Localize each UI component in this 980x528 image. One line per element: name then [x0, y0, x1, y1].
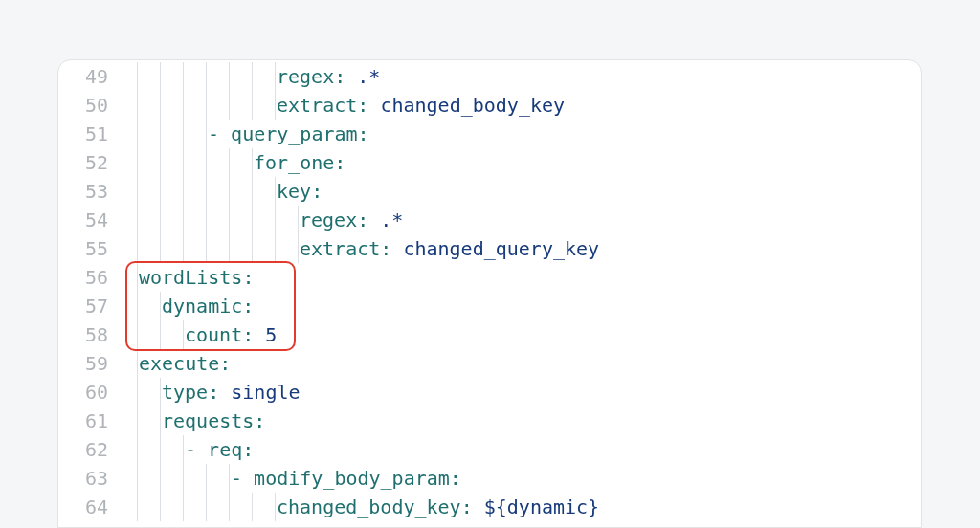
token: : [242, 266, 254, 289]
line-number: 50 [58, 91, 112, 120]
token: : [219, 352, 231, 375]
token: : [380, 237, 403, 260]
code-content[interactable]: execute: [112, 349, 921, 378]
token: for_one [254, 151, 334, 174]
token: single [231, 381, 300, 404]
line-number: 56 [58, 263, 112, 292]
code-line[interactable]: 59execute: [58, 349, 921, 378]
token: : [311, 180, 323, 203]
token: - [231, 467, 254, 490]
code-line[interactable]: 63- modify_body_param: [58, 464, 921, 493]
code-line[interactable]: 61requests: [58, 407, 921, 435]
line-number: 52 [58, 148, 112, 177]
code-content[interactable]: - query_param: [112, 120, 921, 148]
token: : [357, 94, 380, 117]
code-content[interactable]: requests: [112, 407, 921, 435]
code-content[interactable]: wordLists: [112, 263, 921, 292]
code-content[interactable]: count: 5 [112, 320, 921, 349]
line-number: 49 [58, 62, 112, 91]
token: - [185, 438, 208, 461]
code-panel: 49regex: .*50extract: changed_body_key51… [57, 59, 922, 528]
code-content[interactable]: type: single [112, 378, 921, 407]
line-number: 63 [58, 464, 112, 493]
token: regex [300, 209, 357, 231]
token: .* [380, 209, 403, 231]
line-number: 53 [58, 177, 112, 206]
token: count [185, 323, 242, 346]
token: : [242, 438, 254, 461]
line-number: 62 [58, 435, 112, 464]
token: : [334, 151, 345, 174]
token: req [208, 438, 242, 461]
token: changed_body_key [380, 94, 565, 117]
code-content[interactable]: changed_body_key: ${dynamic} [112, 493, 921, 521]
code-area[interactable]: 49regex: .*50extract: changed_body_key51… [58, 60, 921, 521]
code-content[interactable]: extract: changed_query_key [112, 234, 921, 263]
token: : [450, 467, 461, 490]
token: changed_query_key [403, 237, 599, 260]
code-content[interactable]: - modify_body_param: [112, 464, 921, 493]
token: query_param [231, 122, 357, 145]
token: ${dynamic} [484, 495, 599, 518]
code-content[interactable]: - req: [112, 435, 921, 464]
token: execute [139, 352, 219, 375]
line-number: 61 [58, 407, 112, 435]
token: .* [357, 65, 380, 88]
token: - [208, 122, 231, 145]
token: wordLists [139, 266, 242, 289]
line-number: 58 [58, 320, 112, 349]
line-number: 59 [58, 349, 112, 378]
code-line[interactable]: 50extract: changed_body_key [58, 91, 921, 120]
code-content[interactable]: key: [112, 177, 921, 206]
line-number: 60 [58, 378, 112, 407]
code-line[interactable]: 58count: 5 [58, 320, 921, 349]
token: : [358, 122, 369, 145]
token: : [208, 381, 231, 404]
token: 5 [265, 323, 277, 346]
token: : [254, 409, 265, 432]
token: key [277, 180, 311, 203]
line-number: 54 [58, 206, 112, 234]
token: regex [277, 65, 334, 88]
token: : [242, 295, 254, 318]
code-line[interactable]: 57dynamic: [58, 292, 921, 320]
line-number: 64 [58, 493, 112, 521]
token: requests [162, 409, 254, 432]
token: type [162, 381, 208, 404]
code-content[interactable]: regex: .* [112, 62, 921, 91]
code-line[interactable]: 62- req: [58, 435, 921, 464]
token: : [242, 323, 265, 346]
code-line[interactable]: 54regex: .* [58, 206, 921, 234]
token: modify_body_param [254, 467, 450, 490]
token: : [334, 65, 357, 88]
code-line[interactable]: 52for_one: [58, 148, 921, 177]
token: extract [277, 94, 357, 117]
code-line[interactable]: 56wordLists: [58, 263, 921, 292]
code-content[interactable]: extract: changed_body_key [112, 91, 921, 120]
token: changed_body_key [277, 495, 461, 518]
token: extract [300, 237, 380, 260]
token: : [357, 209, 380, 231]
code-line[interactable]: 49regex: .* [58, 62, 921, 91]
line-number: 51 [58, 120, 112, 148]
code-line[interactable]: 60type: single [58, 378, 921, 407]
code-content[interactable]: for_one: [112, 148, 921, 177]
token: dynamic [162, 295, 242, 318]
token: : [461, 495, 484, 518]
code-line[interactable]: 51- query_param: [58, 120, 921, 148]
code-content[interactable]: dynamic: [112, 292, 921, 320]
code-line[interactable]: 64changed_body_key: ${dynamic} [58, 493, 921, 521]
code-content[interactable]: regex: .* [112, 206, 921, 234]
line-number: 57 [58, 292, 112, 320]
line-number: 55 [58, 234, 112, 263]
code-line[interactable]: 53key: [58, 177, 921, 206]
code-line[interactable]: 55extract: changed_query_key [58, 234, 921, 263]
